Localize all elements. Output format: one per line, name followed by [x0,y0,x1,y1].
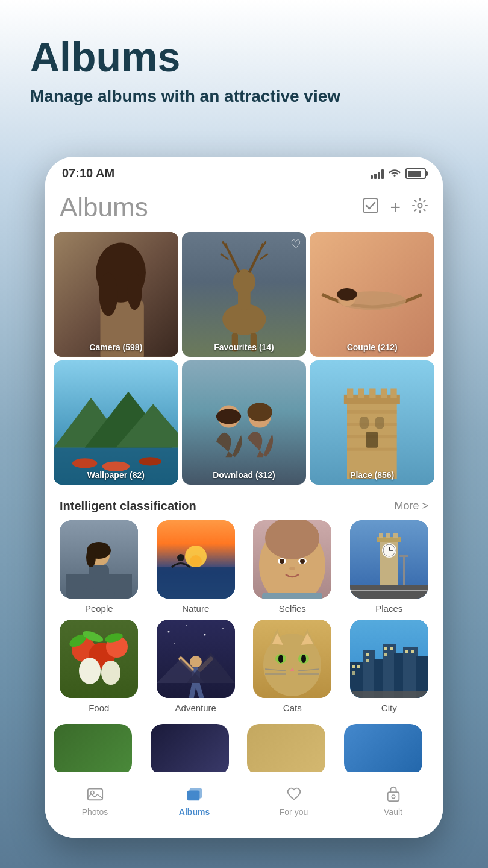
svg-point-122 [278,655,283,663]
album-place[interactable]: Place (856) [310,360,434,485]
battery-icon [405,168,426,179]
bottom-navigation: Photos Albums For you [45,772,443,838]
svg-rect-54 [391,388,397,398]
bottom-item-3[interactable] [247,724,325,775]
class-nature-thumb [157,520,235,599]
svg-rect-143 [390,647,393,650]
svg-point-104 [222,628,224,629]
album-favourites[interactable]: ♡ Favourites (14) [182,232,307,357]
svg-point-12 [233,269,255,294]
album-download[interactable]: Download (312) [182,360,307,485]
nav-albums[interactable]: Albums [145,784,244,817]
svg-rect-51 [358,388,364,398]
class-city-thumb [350,620,428,698]
album-camera[interactable]: Camera (598) [54,232,178,357]
class-places-label: Places [375,603,402,614]
album-download-label: Download (312) [182,470,307,480]
svg-point-101 [167,631,169,633]
svg-rect-140 [366,653,369,656]
svg-point-98 [79,658,101,684]
svg-point-8 [127,272,142,310]
bottom-item-4[interactable] [344,724,422,775]
class-adventure-thumb [157,620,235,698]
photos-icon [86,784,105,804]
class-food[interactable]: Food [54,620,145,713]
svg-rect-52 [370,388,376,398]
svg-rect-145 [405,650,408,653]
album-favourites-label: Favourites (14) [182,342,307,352]
albums-icon [185,784,204,804]
class-selfies[interactable]: Selfies [247,520,338,614]
svg-rect-53 [381,388,387,398]
album-couple-label: Couple (212) [310,342,434,352]
svg-rect-146 [411,650,414,653]
svg-point-99 [101,661,120,685]
bottom-row [45,722,443,778]
svg-rect-43 [347,410,397,413]
wifi-icon [389,167,401,180]
select-icon[interactable] [362,197,379,218]
svg-rect-144 [384,653,387,656]
class-adventure[interactable]: Adventure [151,620,242,713]
svg-rect-87 [350,585,428,599]
svg-rect-88 [350,590,428,591]
more-link[interactable]: More > [394,500,428,512]
svg-rect-137 [352,665,355,668]
bottom-item-1[interactable] [54,724,132,775]
svg-rect-86 [393,533,398,538]
album-couple[interactable]: Couple (212) [310,232,434,357]
class-nature[interactable]: Nature [151,520,242,614]
class-cats-thumb [253,620,331,698]
svg-point-39 [247,403,272,421]
svg-point-103 [204,634,205,636]
svg-rect-141 [366,659,369,662]
app-header: Albums + [45,185,443,227]
scrollable-content[interactable]: Albums + [45,185,443,806]
add-icon[interactable]: + [390,197,401,218]
nav-photos[interactable]: Photos [45,784,145,817]
nav-vault-label: Vault [384,807,402,817]
status-bar: 07:10 AM [45,157,443,185]
page-subtitle: Manage albums with an attractive view [30,87,340,106]
svg-point-61 [83,588,97,597]
settings-icon[interactable] [411,197,428,218]
class-places[interactable]: Places [344,520,435,614]
class-places-thumb [350,520,428,599]
svg-point-37 [216,409,240,424]
svg-point-62 [101,589,115,599]
svg-point-153 [392,794,395,798]
svg-rect-89 [403,556,405,585]
page-title: Albums [30,36,340,77]
nav-foryou[interactable]: For you [244,784,343,817]
svg-rect-133 [383,644,396,698]
class-city[interactable]: City [344,620,435,713]
class-people-label: People [85,603,113,614]
svg-rect-50 [347,388,353,398]
vault-icon [384,784,403,804]
album-wallpaper[interactable]: Wallpaper (82) [54,360,178,485]
svg-point-102 [186,625,187,626]
class-city-label: City [381,703,397,713]
foryou-icon [284,784,304,804]
nav-albums-label: Albums [179,807,210,817]
header-actions: + [362,197,428,218]
svg-point-32 [72,458,97,468]
class-people-thumb [60,520,138,599]
svg-rect-64 [157,567,235,599]
svg-point-34 [139,457,161,465]
class-people[interactable]: People [54,520,145,614]
classification-grid: People [45,518,443,722]
svg-rect-35 [182,360,307,485]
bottom-item-2[interactable] [151,724,229,775]
svg-rect-139 [352,671,355,675]
svg-point-75 [289,567,295,570]
albums-heading: Albums [60,192,148,222]
svg-point-1 [418,203,422,207]
class-selfies-thumb [253,520,331,599]
svg-rect-76 [262,593,322,599]
svg-rect-44 [347,423,397,426]
class-cats[interactable]: Cats [247,620,338,713]
nav-vault[interactable]: Vault [343,784,443,817]
svg-point-106 [190,656,202,668]
status-icons [371,167,426,180]
